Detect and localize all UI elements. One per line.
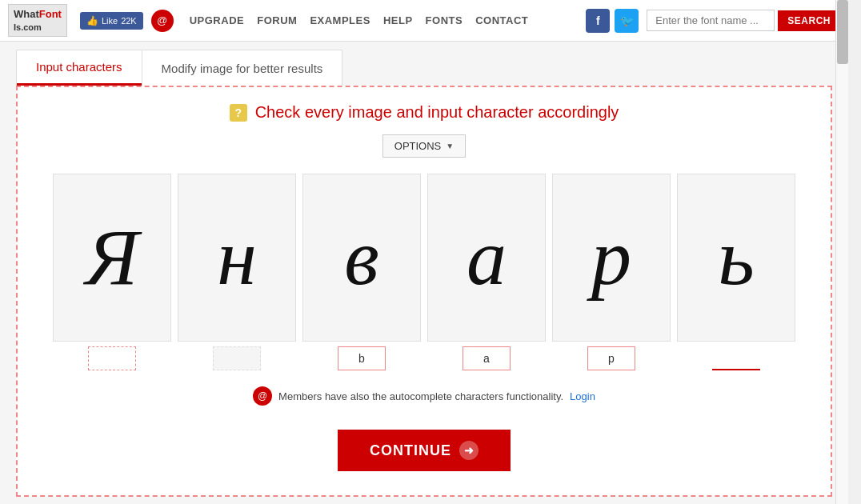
dropdown-caret-icon: ▼ — [446, 142, 454, 150]
nav-help[interactable]: HELP — [383, 14, 413, 26]
char-item-6: ь — [677, 174, 795, 370]
like-label: Like — [102, 16, 118, 26]
scrollbar-thumb[interactable] — [837, 0, 848, 64]
char-image-box-3: в — [302, 174, 421, 342]
char-image-box-4: а — [427, 174, 546, 342]
logo-what: What — [14, 8, 39, 20]
char-glyph-4: а — [467, 218, 507, 298]
question-mark: ? — [234, 106, 242, 119]
header: WhatFont Is.com 👍 Like 22K @ UPGRADE FOR… — [0, 0, 848, 42]
char-glyph-6: ь — [718, 218, 755, 298]
options-label: OPTIONS — [394, 140, 442, 152]
question-icon: ? — [230, 104, 247, 122]
continue-arrow-icon: ➜ — [459, 441, 479, 460]
facebook-button[interactable]: f — [586, 9, 610, 33]
char-image-box-6: ь — [677, 174, 795, 342]
instruction-bar: ? Check every image and input character … — [34, 103, 815, 122]
user-icon[interactable]: @ — [151, 10, 174, 32]
char-image-box-1: Я — [53, 174, 171, 342]
char-input-6[interactable] — [712, 346, 760, 370]
main-content: Input characters Modify image for better… — [0, 42, 848, 504]
char-image-box-2: н — [178, 174, 296, 342]
tabs-bar: Input characters Modify image for better… — [16, 50, 342, 86]
instruction-text: Check every image and input character ac… — [255, 103, 619, 122]
char-input-1[interactable] — [88, 346, 136, 370]
char-item-2: н — [178, 174, 296, 370]
search-box: SEARCH — [647, 10, 840, 31]
tab-modify-image[interactable]: Modify image for better results — [142, 50, 342, 86]
continue-button[interactable]: CONTINUE ➜ — [338, 430, 511, 471]
search-input[interactable] — [647, 10, 775, 31]
options-button[interactable]: OPTIONS ▼ — [382, 134, 466, 158]
logo-font: Font — [39, 8, 62, 20]
nav-upgrade[interactable]: UPGRADE — [190, 14, 245, 26]
char-glyph-3: в — [344, 218, 378, 298]
nav-forum[interactable]: FORUM — [257, 14, 297, 26]
twitter-button[interactable]: 🐦 — [615, 9, 639, 33]
char-image-box-5: р — [552, 174, 671, 342]
char-item-1: Я — [53, 174, 171, 370]
search-button[interactable]: SEARCH — [778, 10, 840, 31]
char-input-5[interactable] — [587, 346, 635, 370]
tab-input-characters[interactable]: Input characters — [17, 50, 142, 86]
twitter-icon: 🐦 — [620, 14, 634, 27]
char-item-5: р — [552, 174, 671, 370]
char-item-3: в — [302, 174, 421, 370]
char-glyph-5: р — [591, 218, 631, 298]
char-item-4: а — [427, 174, 546, 370]
continue-bar: CONTINUE ➜ — [34, 422, 815, 479]
members-logo-icon: @ — [258, 390, 267, 402]
members-bar: @ Members have also the autocomplete cha… — [34, 386, 815, 406]
thumb-icon: 👍 — [86, 15, 98, 26]
char-input-2[interactable] — [213, 346, 261, 370]
members-icon: @ — [253, 386, 272, 406]
char-input-3[interactable] — [338, 346, 386, 370]
login-link[interactable]: Login — [570, 390, 595, 402]
characters-row: Я н в — [34, 174, 815, 370]
char-glyph-2: н — [217, 218, 257, 298]
char-input-4[interactable] — [463, 346, 511, 370]
nav-contact[interactable]: CONTACT — [475, 14, 528, 26]
nav-examples[interactable]: EXAMPLES — [310, 14, 370, 26]
main-nav: UPGRADE FORUM EXAMPLES HELP FONTS CONTAC… — [190, 14, 579, 26]
logo-iscom: Is.com — [14, 22, 42, 32]
content-area: ? Check every image and input character … — [16, 86, 832, 497]
facebook-icon: f — [596, 14, 600, 27]
logo[interactable]: WhatFont Is.com — [8, 4, 67, 37]
like-button[interactable]: 👍 Like 22K — [80, 12, 143, 30]
social-icons: f 🐦 — [586, 9, 639, 33]
like-count: 22K — [121, 16, 137, 26]
nav-fonts[interactable]: FONTS — [426, 14, 463, 26]
members-text: Members have also the autocomplete chara… — [278, 390, 563, 402]
char-glyph-1: Я — [86, 218, 138, 298]
scrollbar[interactable] — [835, 0, 848, 504]
continue-label: CONTINUE — [370, 442, 451, 459]
